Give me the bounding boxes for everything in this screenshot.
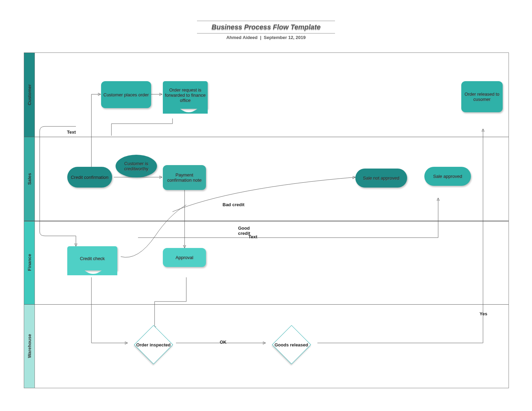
node-order-request-forwarded[interactable]: Order request is forwarded to finance of… [163, 81, 208, 109]
edge-label-yes: Yes [480, 311, 487, 316]
lane-label-warehouse: Warehouse [27, 334, 32, 358]
node-text: Approval [176, 255, 193, 260]
lane-sep-2 [24, 221, 509, 221]
lane-head-warehouse: Warehouse [24, 304, 35, 388]
node-text: Payment confirmation note [164, 172, 205, 183]
node-text: Order released to cusomer [463, 92, 501, 102]
node-text: Order request is forwarded to finance of… [164, 87, 206, 103]
node-text: Sale approved [433, 174, 462, 179]
lane-label-customer: Customer [27, 84, 32, 105]
node-text: Sale not approved [363, 175, 400, 181]
lane-head-finance: Finance [24, 221, 35, 304]
lane-head-customer: Customer [24, 53, 35, 137]
node-sale-not-approved[interactable]: Sale not approved [355, 169, 407, 188]
diagram-header: Business Process Flow Template Ahmed Aid… [197, 21, 335, 40]
node-credit-check[interactable]: Credit check [67, 246, 117, 270]
node-text: Credit confirmation [71, 175, 108, 180]
node-text: Customer is creditworthy [117, 161, 156, 171]
node-text: Goods released [275, 342, 308, 347]
node-order-released[interactable]: Order released to cusomer [461, 81, 503, 112]
lane-sep-1 [24, 137, 509, 137]
date-text: September 12, 2019 [264, 35, 306, 40]
swimlane-canvas: Customer Sales Finance Warehouse [24, 52, 509, 388]
lane-label-sales: Sales [27, 173, 32, 185]
edge-label-ok: OK [220, 340, 227, 345]
node-goods-released[interactable]: Goods released [272, 325, 311, 364]
node-sale-approved[interactable]: Sale approved [424, 167, 471, 186]
node-customer-places-order[interactable]: Customer places order [101, 81, 151, 108]
title-wrap: Business Process Flow Template [197, 21, 335, 34]
node-order-inspected[interactable]: Order inspected [134, 325, 173, 364]
edge-label-text1: Text [67, 130, 76, 135]
author-text: Ahmed Aideed [226, 35, 258, 40]
page: Business Process Flow Template Business … [0, 0, 532, 411]
node-text: Order inspected [136, 342, 171, 347]
node-customer-creditworthy[interactable]: Customer is creditworthy [116, 155, 157, 178]
node-text: Credit check [80, 256, 105, 261]
lane-label-finance: Finance [27, 254, 32, 271]
node-text: Customer places order [104, 92, 149, 97]
lane-sep-3 [24, 304, 509, 305]
node-credit-confirmation[interactable]: Credit confirmation [67, 167, 112, 188]
edge-label-bad-credit: Bad credit [223, 202, 245, 207]
connectors-layer [24, 53, 509, 388]
lane-head-sales: Sales [24, 137, 35, 221]
diagram-subtitle: Ahmed Aideed | September 12, 2019 [197, 35, 335, 40]
diagram-title: Business Process Flow Template [197, 23, 335, 31]
edge-label-text2: Text [248, 234, 257, 239]
node-approval[interactable]: Approval [163, 248, 206, 267]
node-payment-confirmation-note[interactable]: Payment confirmation note [163, 165, 206, 190]
